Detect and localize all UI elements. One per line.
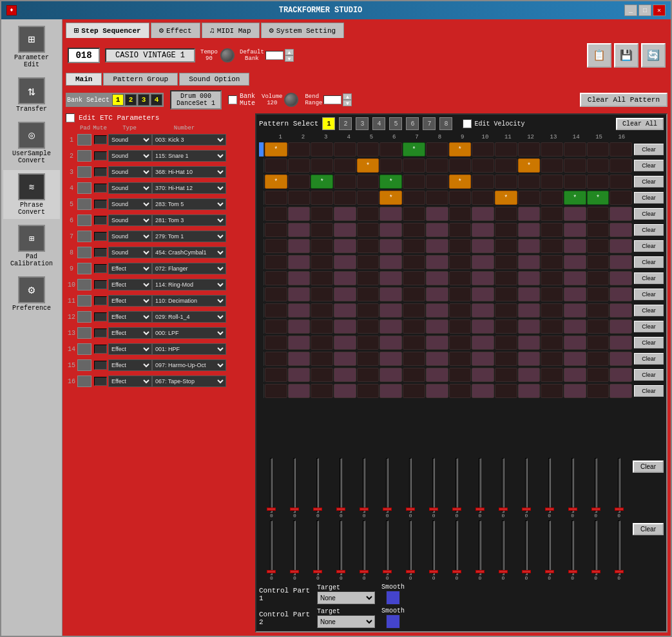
step-cell-14-3[interactable] — [311, 352, 333, 366]
step-cell-16-16[interactable] — [610, 384, 632, 398]
mute-check-15[interactable] — [94, 361, 107, 370]
step-cell-8-2[interactable] — [288, 255, 311, 269]
step-cell-7-4[interactable] — [334, 239, 356, 253]
step-cell-9-5[interactable] — [357, 271, 379, 285]
step-cell-7-16[interactable] — [610, 239, 632, 253]
step-cell-11-13[interactable] — [541, 303, 563, 318]
step-cell-3-5[interactable] — [357, 175, 379, 189]
step-cell-4-9[interactable] — [449, 191, 472, 205]
step-cell-10-16[interactable] — [610, 287, 632, 301]
step-cell-3-11[interactable] — [495, 175, 517, 189]
type-select-1[interactable]: Sound — [108, 134, 152, 146]
sidebar-item-phrase-convert[interactable]: ≋ PhraseConvert — [3, 170, 60, 219]
type-select-14[interactable]: Effect — [108, 343, 152, 355]
step-cell-12-7[interactable] — [403, 319, 425, 334]
step-cell-1-8[interactable] — [426, 142, 448, 157]
tab-step-sequencer[interactable]: ⊞ Step Sequencer — [66, 23, 149, 38]
save-button[interactable]: 💾 — [614, 43, 638, 68]
step-cell-14-12[interactable] — [518, 352, 541, 366]
step-cell-14-10[interactable] — [472, 352, 494, 366]
step-cell-5-13[interactable] — [541, 207, 563, 221]
step-cell-6-6[interactable] — [379, 223, 402, 237]
step-cell-1-13[interactable] — [541, 142, 563, 157]
step-cell-11-12[interactable] — [518, 303, 541, 318]
fader-track-11[interactable] — [502, 520, 504, 575]
step-cell-10-1[interactable] — [265, 287, 287, 301]
clear-row-8-button[interactable]: Clear — [634, 256, 664, 268]
target-1-select[interactable]: None — [317, 591, 375, 604]
clear-row-12-button[interactable]: Clear — [634, 321, 664, 332]
step-cell-15-14[interactable] — [564, 368, 586, 382]
step-cell-5-7[interactable] — [403, 207, 425, 221]
type-select-15[interactable]: Effect — [108, 359, 152, 371]
step-cell-7-6[interactable] — [379, 239, 402, 253]
type-select-6[interactable]: Sound — [108, 214, 152, 226]
clear-row-5-button[interactable]: Clear — [634, 208, 664, 220]
step-cell-12-11[interactable] — [495, 319, 517, 334]
step-cell-6-12[interactable] — [518, 223, 541, 237]
close-button[interactable]: ✕ — [653, 5, 666, 16]
step-cell-10-11[interactable] — [495, 287, 517, 301]
step-cell-5-6[interactable] — [379, 207, 402, 221]
step-cell-9-7[interactable] — [403, 271, 425, 285]
step-cell-10-7[interactable] — [403, 287, 425, 301]
step-cell-7-9[interactable] — [449, 239, 472, 253]
step-cell-9-13[interactable] — [541, 271, 563, 285]
step-cell-10-2[interactable] — [288, 287, 311, 301]
step-cell-13-2[interactable] — [288, 336, 311, 350]
step-cell-14-2[interactable] — [288, 352, 311, 366]
step-cell-2-3[interactable] — [311, 158, 333, 173]
step-cell-11-1[interactable] — [265, 303, 287, 318]
step-cell-15-2[interactable] — [288, 368, 311, 382]
step-cell-7-12[interactable] — [518, 239, 541, 253]
step-cell-14-9[interactable] — [449, 352, 472, 366]
step-cell-4-8[interactable] — [426, 191, 448, 205]
type-select-4[interactable]: Sound — [108, 182, 152, 194]
step-cell-8-12[interactable] — [518, 255, 541, 269]
mute-check-12[interactable] — [94, 312, 107, 321]
step-cell-8-1[interactable] — [265, 255, 287, 269]
step-cell-8-3[interactable] — [311, 255, 333, 269]
number-select-11[interactable]: 110: Decimation — [152, 295, 226, 307]
bank-up-button[interactable]: ▲ — [285, 49, 294, 55]
fader-track-13[interactable] — [548, 458, 551, 513]
step-cell-10-15[interactable] — [587, 287, 610, 301]
step-cell-9-10[interactable] — [472, 271, 494, 285]
clear-row-10-button[interactable]: Clear — [634, 289, 664, 300]
step-cell-12-1[interactable] — [265, 319, 287, 334]
fader-track-10[interactable] — [479, 520, 481, 575]
step-cell-4-5[interactable] — [357, 191, 379, 205]
smooth-1-checkbox[interactable] — [386, 591, 400, 605]
clear-row-13-button[interactable]: Clear — [634, 337, 664, 348]
fader1-clear-button[interactable]: Clear — [633, 461, 664, 473]
step-cell-2-15[interactable] — [587, 158, 610, 173]
fader-track-14[interactable] — [571, 458, 574, 513]
step-cell-2-8[interactable] — [426, 158, 448, 173]
fader2-clear-button[interactable]: Clear — [633, 523, 664, 535]
step-cell-10-3[interactable] — [311, 287, 333, 301]
pattern-btn-5[interactable]: 5 — [389, 117, 402, 130]
step-cell-13-8[interactable] — [426, 336, 448, 350]
minimize-button[interactable]: _ — [624, 5, 637, 16]
tab-system-setting[interactable]: ⚙ System Setting — [261, 23, 345, 38]
step-cell-1-2[interactable] — [288, 142, 311, 157]
step-cell-14-15[interactable] — [587, 352, 610, 366]
step-cell-16-3[interactable] — [311, 384, 333, 398]
step-cell-10-8[interactable] — [426, 287, 448, 301]
fader-track-1[interactable] — [270, 458, 273, 513]
step-cell-15-1[interactable] — [265, 368, 287, 382]
step-cell-14-8[interactable] — [426, 352, 448, 366]
step-cell-15-13[interactable] — [541, 368, 563, 382]
step-cell-1-14[interactable] — [564, 142, 586, 157]
step-cell-4-14[interactable]: * — [564, 191, 586, 205]
bank-down-button[interactable]: ▼ — [285, 55, 294, 62]
step-cell-10-6[interactable] — [379, 287, 402, 301]
number-select-2[interactable]: 115: Snare 1 — [152, 150, 226, 162]
sidebar-item-parameter-edit[interactable]: ⊞ ParameterEdit — [3, 23, 60, 71]
sidebar-item-transfer[interactable]: ⇅ Transfer — [3, 74, 60, 116]
step-cell-13-10[interactable] — [472, 336, 494, 350]
mute-check-5[interactable] — [94, 200, 107, 209]
clear-row-14-button[interactable]: Clear — [634, 353, 664, 365]
step-cell-3-10[interactable] — [472, 175, 494, 189]
clear-all-button[interactable]: Clear All — [616, 118, 664, 130]
